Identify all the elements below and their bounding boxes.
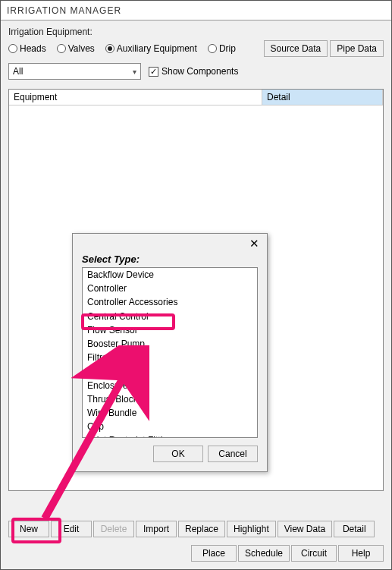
list-item[interactable]: Enclosures: [83, 379, 257, 392]
close-icon[interactable]: ✕: [246, 237, 262, 250]
detail-button[interactable]: Detail: [334, 521, 375, 537]
view-data-button[interactable]: View Data: [278, 521, 332, 537]
equipment-group-label: Irrigation Equipment:: [8, 27, 384, 37]
delete-button[interactable]: Delete: [93, 521, 134, 537]
titlebar: IRRIGATION MANAGER: [1, 1, 391, 20]
radio-auxiliary[interactable]: Auxiliary Equipment: [105, 43, 197, 54]
radio-heads-label: Heads: [20, 43, 46, 54]
checkbox-icon: ✓: [149, 67, 158, 77]
radio-drip[interactable]: Drip: [208, 43, 236, 54]
circuit-button[interactable]: Circuit: [291, 545, 337, 562]
list-item[interactable]: Controller: [83, 282, 257, 295]
schedule-button[interactable]: Schedule: [238, 545, 290, 562]
radio-icon: [57, 44, 66, 53]
table-header-row: Equipment Detail: [9, 90, 383, 105]
window-title: IRRIGATION MANAGER: [7, 5, 121, 16]
show-components-checkbox[interactable]: ✓ Show Components: [149, 66, 238, 77]
list-item[interactable]: Thrust Block: [83, 392, 257, 406]
list-item[interactable]: Joint Restraint Fitting: [83, 433, 257, 438]
dropdown-value: All: [13, 66, 23, 77]
ok-button[interactable]: OK: [153, 446, 203, 462]
source-data-button[interactable]: Source Data: [264, 40, 328, 57]
radio-valves[interactable]: Valves: [57, 43, 95, 54]
new-button[interactable]: New: [8, 521, 49, 537]
list-item[interactable]: Booster Pump: [83, 337, 257, 351]
content-area: Irrigation Equipment: Heads Valves Auxil…: [1, 20, 391, 569]
show-components-label: Show Components: [162, 66, 238, 77]
radio-aux-label: Auxiliary Equipment: [117, 43, 197, 54]
action-buttons-row1: New Edit Delete Import Replace Highlight…: [8, 521, 375, 537]
col-equipment[interactable]: Equipment: [9, 90, 262, 105]
cancel-button[interactable]: Cancel: [208, 446, 258, 462]
list-item[interactable]: Flow Sensor: [83, 323, 257, 337]
radio-icon: [8, 44, 17, 53]
radio-drip-label: Drip: [219, 43, 236, 54]
list-item[interactable]: Fertigation: [83, 364, 257, 378]
action-buttons-row2: Place Schedule Circuit Help: [191, 545, 384, 562]
radio-valves-label: Valves: [68, 43, 95, 54]
help-button[interactable]: Help: [338, 545, 384, 562]
select-type-dialog: ✕ Select Type: Backflow Device Controlle…: [72, 233, 268, 472]
list-item[interactable]: Filtration: [83, 351, 257, 364]
top-row: Heads Valves Auxiliary Equipment Drip So…: [8, 40, 384, 57]
radio-icon: [208, 44, 217, 53]
chevron-down-icon: ▾: [133, 68, 136, 76]
dialog-body: Select Type: Backflow Device Controller …: [73, 254, 267, 471]
list-item[interactable]: Controller Accessories: [83, 295, 257, 309]
dialog-header: ✕: [73, 234, 267, 254]
dialog-buttons: OK Cancel: [82, 446, 258, 462]
edit-button[interactable]: Edit: [51, 521, 92, 537]
replace-button[interactable]: Replace: [178, 521, 225, 537]
dialog-title: Select Type:: [82, 254, 258, 265]
list-item[interactable]: Backflow Device: [83, 268, 257, 282]
filter-dropdown[interactable]: All ▾: [8, 63, 141, 80]
highlight-button[interactable]: Highlight: [227, 521, 276, 537]
list-item[interactable]: Cap: [83, 420, 257, 433]
irrigation-manager-window: IRRIGATION MANAGER Irrigation Equipment:…: [0, 0, 392, 570]
col-detail[interactable]: Detail: [262, 90, 383, 105]
list-item[interactable]: Wire Bundle: [83, 406, 257, 420]
radio-icon: [105, 44, 114, 53]
equipment-radio-group: Heads Valves Auxiliary Equipment Drip: [8, 43, 242, 54]
filter-row: All ▾ ✓ Show Components: [8, 63, 384, 80]
data-buttons: Source Data Pipe Data: [264, 40, 384, 57]
type-listbox[interactable]: Backflow Device Controller Controller Ac…: [82, 267, 258, 438]
pipe-data-button[interactable]: Pipe Data: [330, 40, 384, 57]
list-item[interactable]: Central Control: [83, 310, 257, 323]
radio-heads[interactable]: Heads: [8, 43, 46, 54]
place-button[interactable]: Place: [191, 545, 237, 562]
import-button[interactable]: Import: [136, 521, 177, 537]
